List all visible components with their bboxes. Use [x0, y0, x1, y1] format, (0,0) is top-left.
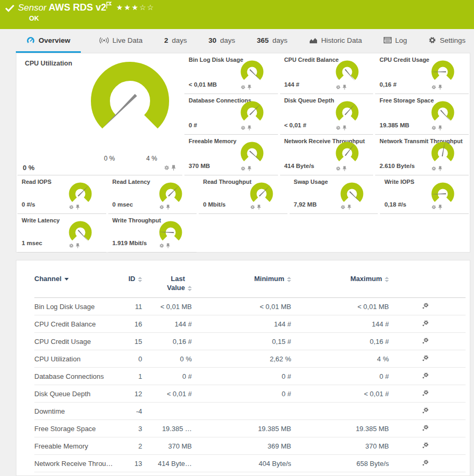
tab-log[interactable]: Log	[380, 29, 411, 53]
pin-icon[interactable]	[438, 125, 442, 130]
channel-maximum	[291, 403, 389, 420]
gauge-gear-icon[interactable]	[240, 85, 246, 90]
channel-name-link[interactable]: CPU Utilization	[34, 350, 124, 368]
pin-icon[interactable]	[342, 125, 347, 130]
priority-stars[interactable]: ★★★☆☆	[116, 3, 155, 12]
gauge-value: 414 Byte/s	[284, 163, 314, 169]
gauge-gear-icon[interactable]	[240, 166, 246, 171]
pin-icon[interactable]	[247, 85, 252, 90]
pin-icon[interactable]	[247, 125, 252, 130]
channel-gauge-cell[interactable]: CPU Credit Usage 0,16 #	[375, 53, 469, 94]
channel-gauge-cell[interactable]: Network Transmit Throughput 2.610 Byte/s	[375, 135, 469, 175]
tab-historic-data[interactable]: Historic Data	[306, 29, 365, 53]
flag-icon[interactable]	[106, 2, 112, 9]
channel-name-link[interactable]: Network Receive Throu…	[34, 455, 124, 472]
pin-icon[interactable]	[438, 166, 442, 171]
channel-name-link[interactable]: Downtime	[34, 403, 124, 420]
channel-minimum: 0 #	[192, 385, 291, 403]
pin-icon[interactable]	[438, 204, 442, 210]
channel-gauge-cell[interactable]: Swap Usage 7,92 MB	[290, 175, 378, 214]
channel-minimum: 0 #	[192, 368, 291, 385]
pin-icon[interactable]	[76, 204, 80, 210]
pin-icon[interactable]	[166, 243, 170, 248]
edit-channel-gear-icon[interactable]	[422, 442, 429, 449]
gauge-scale-max: 4 %	[140, 155, 163, 162]
gauge-gear-icon[interactable]	[431, 204, 436, 210]
tab-365-days[interactable]: 365 days	[254, 29, 291, 53]
channel-name-link[interactable]: Bin Log Disk Usage	[34, 298, 124, 315]
tab-30-days[interactable]: 30 days	[206, 29, 239, 53]
channel-minimum: 2,62 %	[192, 350, 291, 368]
pin-icon[interactable]	[438, 85, 442, 90]
channel-gauge-cell[interactable]: Write Latency 1 msec	[17, 214, 106, 253]
gauge-gear-icon[interactable]	[431, 125, 436, 130]
gauge-gear-icon[interactable]	[69, 204, 74, 210]
channel-gauge-cell[interactable]: Read Latency 0 msec	[108, 175, 197, 214]
gauge-gear-icon[interactable]	[164, 165, 170, 171]
channel-maximum: < 0,01 #	[291, 385, 389, 403]
gauge-gear-icon[interactable]	[159, 243, 164, 248]
main-gauge-cell[interactable]: CPU Utilization 0 % 4 % 0 %	[17, 53, 182, 175]
gauge-gear-icon[interactable]	[69, 243, 74, 248]
edit-channel-gear-icon[interactable]	[422, 320, 429, 327]
edit-channel-gear-icon[interactable]	[422, 354, 429, 362]
channel-gauge-cell[interactable]: Write IOPS 0,18 #/s	[380, 175, 469, 214]
channel-gauge-cell[interactable]: CPU Credit Balance 144 #	[280, 53, 374, 94]
historic-chart-icon	[309, 37, 318, 44]
channel-last-value: 144 #	[142, 315, 192, 333]
channel-gauge-cell[interactable]: Disk Queue Depth < 0,01 #	[280, 94, 374, 135]
gauge-gear-icon[interactable]	[159, 204, 164, 210]
pin-icon[interactable]	[342, 85, 347, 90]
main-gauge-value: 0 %	[23, 164, 34, 172]
tab-2-days[interactable]: 2 days	[161, 29, 190, 53]
gauge-gear-icon[interactable]	[336, 125, 341, 130]
channel-name-link[interactable]: Freeable Memory	[34, 437, 124, 455]
col-header-minimum[interactable]: Minimum	[192, 274, 291, 298]
pin-icon[interactable]	[76, 243, 80, 248]
edit-channel-gear-icon[interactable]	[422, 372, 429, 379]
channel-gauge-cell[interactable]: Database Connections 0 #	[184, 94, 278, 135]
channel-gauge-cell[interactable]: Free Storage Space 19.385 MB	[375, 94, 469, 135]
col-header-channel[interactable]: Channel	[34, 274, 124, 298]
channel-gauge-cell[interactable]: Bin Log Disk Usage < 0,01 MB	[184, 53, 278, 94]
channel-name-link[interactable]: CPU Credit Balance	[34, 315, 124, 333]
gauge-icon	[26, 36, 35, 44]
channel-gauge-cell[interactable]: Write Throughput 1.919 Mbit/s	[108, 214, 197, 253]
col-header-actions	[389, 274, 466, 298]
edit-channel-gear-icon[interactable]	[422, 407, 429, 414]
edit-channel-gear-icon[interactable]	[422, 302, 429, 310]
channel-gauge-cell[interactable]: Network Receive Throughput 414 Byte/s	[280, 135, 374, 175]
gauge-gear-icon[interactable]	[431, 166, 436, 171]
channel-gauge-cell[interactable]: Read Throughput 0 Mbit/s	[199, 175, 287, 214]
edit-channel-gear-icon[interactable]	[422, 459, 429, 466]
pin-icon[interactable]	[347, 204, 351, 210]
edit-channel-gear-icon[interactable]	[422, 337, 429, 344]
channel-gauge-cell[interactable]: Read IOPS 0 #/s	[17, 175, 106, 214]
gauge-gear-icon[interactable]	[336, 85, 341, 90]
gauge-gear-icon[interactable]	[250, 204, 255, 210]
gauge-gear-icon[interactable]	[431, 85, 436, 90]
channel-name-link[interactable]: Free Storage Space	[34, 420, 124, 437]
pin-icon[interactable]	[171, 165, 176, 171]
channel-name-link[interactable]: Disk Queue Depth	[34, 385, 124, 403]
tab-settings[interactable]: Settings	[425, 29, 469, 53]
channel-gauge-cell[interactable]: Freeable Memory 370 MB	[184, 135, 278, 175]
gauge-gear-icon[interactable]	[336, 166, 341, 171]
channel-name-link[interactable]: Database Connections	[34, 368, 124, 385]
col-header-id[interactable]: ID	[124, 274, 142, 298]
table-row: CPU Credit Usage 15 0,16 # 0,15 # 0,16 #	[34, 333, 466, 350]
gauge-gear-icon[interactable]	[340, 204, 346, 210]
tab-overview[interactable]: Overview	[16, 29, 81, 53]
channel-maximum: < 0,01 MB	[291, 298, 389, 315]
pin-icon[interactable]	[166, 204, 170, 210]
col-header-maximum[interactable]: Maximum	[291, 274, 389, 298]
pin-icon[interactable]	[247, 166, 252, 171]
channel-name-link[interactable]: CPU Credit Usage	[34, 333, 124, 350]
edit-channel-gear-icon[interactable]	[422, 424, 429, 432]
pin-icon[interactable]	[257, 204, 261, 210]
gauge-gear-icon[interactable]	[240, 125, 246, 130]
pin-icon[interactable]	[342, 166, 347, 171]
edit-channel-gear-icon[interactable]	[422, 389, 429, 397]
col-header-last-value[interactable]: Last Value	[142, 274, 192, 298]
tab-live-data[interactable]: Live Data	[96, 29, 146, 53]
